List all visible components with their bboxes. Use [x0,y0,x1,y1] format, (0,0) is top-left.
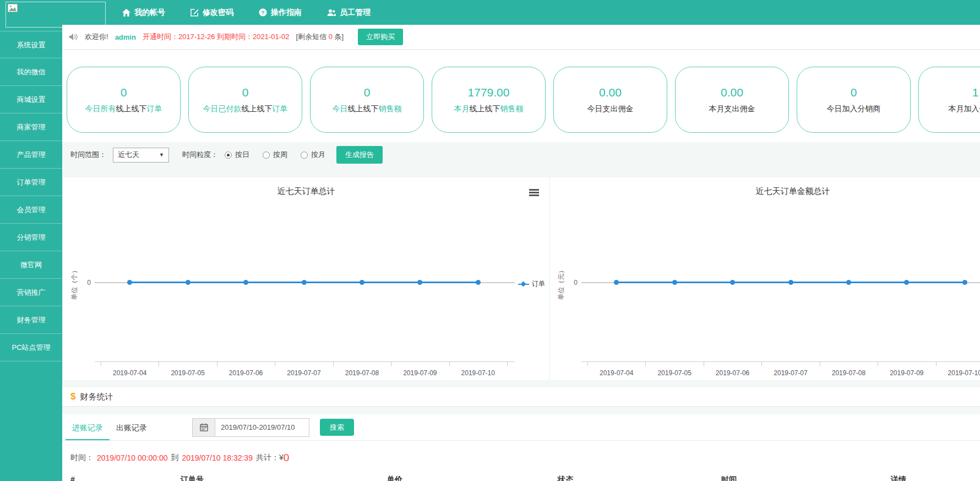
stat-card-value: 1779.00 [468,86,510,99]
stat-card-today-sales: 0今日线上线下销售额 [310,67,424,133]
date-range-picker [192,418,309,437]
logo [6,2,106,28]
sidebar-item-product-management[interactable]: 产品管理 [0,141,62,169]
nav-item-change-password[interactable]: 修改密码 [190,8,233,18]
filter-bar: 时间范围： 近七天 ▼ 时间粒度： 按日按周按月 生成报告 [62,142,980,167]
column-header: 订单号 [181,475,204,481]
x-axis-line [581,361,980,362]
sidebar-item-finance-management[interactable]: 财务管理 [0,306,62,334]
y-axis-label: 单位（个） [70,259,79,309]
data-point [127,280,132,285]
column-header: 单价 [387,475,402,481]
finance-title: 财务统计 [80,392,113,402]
granularity-radio-day[interactable]: 按日 [225,150,249,160]
data-point [186,280,190,285]
nav-item-my-account[interactable]: 我的帐号 [122,8,165,18]
x-axis-label: 2019-07-06 [217,369,275,377]
x-axis-tick [645,361,646,366]
y-axis-tick: 0 [83,279,91,287]
x-axis-label: 2019-07-09 [391,369,449,377]
time-range-value: 近七天 [118,150,159,160]
legend-item[interactable]: 订单 [518,279,545,289]
time-range-select[interactable]: 近七天 ▼ [113,148,169,163]
sms-count: 0 [329,33,333,41]
stat-card-value: 0.00 [599,86,622,99]
stat-card-month-new-distributors: 1本月加入分销商 [918,67,980,133]
buy-now-button[interactable]: 立即购买 [358,29,403,45]
welcome-greeting: 欢迎你! [85,32,108,42]
records-table-header: #订单号单价状态时间详情 [62,475,980,481]
tab-expense[interactable]: 出账记录 [110,415,154,440]
tab-income[interactable]: 进账记录 [66,415,110,440]
sidebar-item-pc-site-management[interactable]: PC站点管理 [0,334,62,361]
x-axis-tick [275,361,275,366]
stat-card-label: 本月加入分销商 [949,104,980,114]
finance-section-header: $ 财务统计 [62,387,980,407]
nav-item-staff-management[interactable]: 员工管理 [327,8,371,18]
granularity-radio-week[interactable]: 按周 [263,150,287,160]
sidebar-item-marketing-promotion[interactable]: 营销推广 [0,279,62,306]
stat-card-label: 本月线上线下销售额 [454,104,524,114]
time-label: 时间： [70,453,94,463]
stat-card-label: 本月支出佣金 [709,104,755,114]
chart-menu-icon[interactable] [529,188,540,197]
sidebar-item-system-settings[interactable]: 系统设置 [0,31,62,58]
sms-remaining: [剩余短信 0 条] [296,32,344,42]
sidebar: 系统设置我的微信商城设置商家管理产品管理订单管理会员管理分销管理微官网营销推广财… [0,25,62,481]
data-point [788,280,793,285]
svg-text:?: ? [261,9,264,15]
search-button[interactable]: 搜索 [320,419,354,436]
x-axis-tick [333,361,334,366]
account-period: 开通时间：2017-12-26 到期时间：2021-01-02 [143,32,290,42]
data-point [904,280,909,285]
sidebar-item-merchant-management[interactable]: 商家管理 [0,114,62,141]
x-axis-label: 2019-07-09 [878,369,936,377]
broken-image-icon [8,4,18,14]
time-summary-row: 时间： 2019/07/10 00:00:00 到 2019/07/10 18:… [62,441,980,464]
x-axis-tick [391,361,391,366]
sidebar-item-distribution-management[interactable]: 分销管理 [0,224,62,251]
stat-card-value: 0 [121,86,127,99]
nav-item-operation-guide[interactable]: ?操作指南 [259,8,302,18]
nav-item-label: 修改密码 [203,8,233,18]
finance-records-panel: 进账记录出账记录 搜索 时间： 2019/07/10 00:00:00 到 20… [62,414,980,481]
x-axis-tick [159,361,159,366]
stat-card-value: 0 [242,86,249,99]
calendar-icon[interactable] [192,418,215,437]
legend-label: 订单 [532,279,545,289]
chevron-down-icon: ▼ [159,152,164,158]
time-to: 2019/07/10 18:32:39 [182,453,252,462]
total-value: 0 [284,452,290,464]
x-axis-label: 2019-07-08 [819,369,878,377]
sidebar-item-member-management[interactable]: 会员管理 [0,196,62,224]
x-axis-tick [761,361,762,366]
data-point [614,280,619,285]
edit-icon [190,8,199,17]
legend-marker-icon [518,284,529,285]
time-range-label: 时间范围： [70,150,106,160]
data-point [846,280,851,285]
stat-card-value: 0 [851,86,857,99]
radio-icon [301,152,308,159]
x-axis-label: 2019-07-04 [101,369,159,377]
generate-report-button[interactable]: 生成报告 [336,146,383,164]
x-axis-tick [936,361,937,366]
x-axis-tick [704,361,704,366]
nav-menu: 我的帐号修改密码?操作指南员工管理 [122,0,371,25]
x-axis-label: 2019-07-06 [704,369,762,377]
x-axis-tick [507,361,508,366]
nav-item-label: 操作指南 [271,8,302,18]
data-point [417,280,422,285]
data-point [962,280,967,285]
sidebar-item-micro-site[interactable]: 微官网 [0,251,62,279]
granularity-radio-month[interactable]: 按月 [301,150,325,160]
x-axis-tick [217,361,217,366]
stat-card-today-commission: 0.00今日支出佣金 [553,67,667,133]
home-icon [122,9,130,17]
users-icon [327,9,336,17]
sidebar-item-my-wechat[interactable]: 我的微信 [0,58,62,86]
date-range-input[interactable] [215,418,309,437]
data-point [730,280,735,285]
sidebar-item-mall-settings[interactable]: 商城设置 [0,86,62,114]
sidebar-item-order-management[interactable]: 订单管理 [0,169,62,196]
